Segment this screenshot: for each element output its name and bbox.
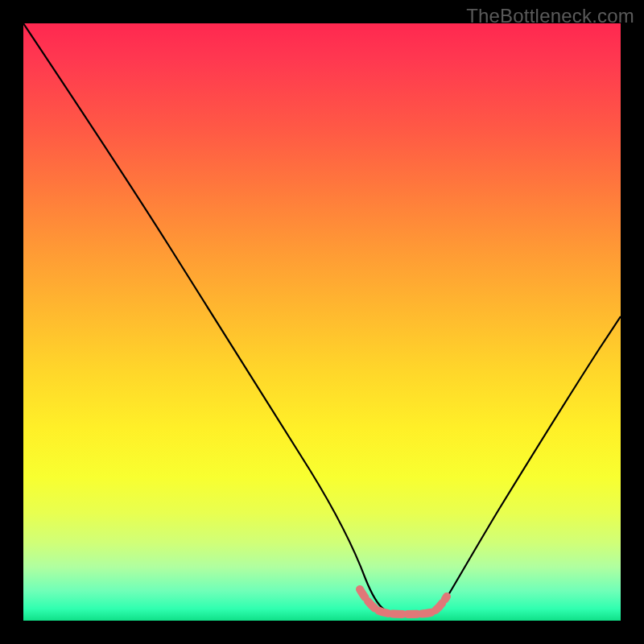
optimal-range-highlight <box>360 589 447 614</box>
chart-svg <box>23 23 621 621</box>
plot-area <box>23 23 621 621</box>
chart-container: TheBottleneck.com <box>0 0 644 644</box>
watermark-label: TheBottleneck.com <box>466 5 634 27</box>
bottleneck-curve <box>23 23 621 613</box>
